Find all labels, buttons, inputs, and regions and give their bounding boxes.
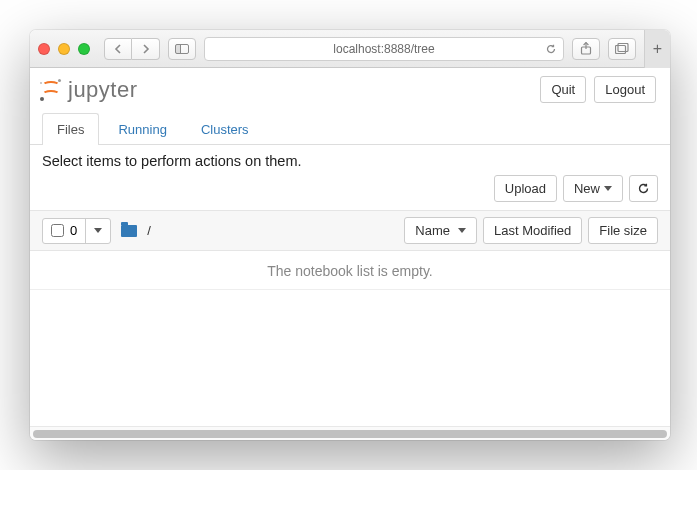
main-tabs: Files Running Clusters bbox=[30, 107, 670, 145]
empty-list-message: The notebook list is empty. bbox=[30, 251, 670, 290]
new-dropdown[interactable]: New bbox=[563, 175, 623, 202]
sort-name-button[interactable]: Name bbox=[404, 217, 477, 244]
toolbar-actions: Upload New bbox=[30, 175, 670, 210]
horizontal-scrollbar[interactable] bbox=[30, 426, 670, 440]
jupyter-header: jupyter Quit Logout bbox=[30, 68, 670, 107]
share-button[interactable] bbox=[572, 38, 600, 60]
svg-rect-6 bbox=[618, 43, 628, 51]
select-all-checkbox[interactable] bbox=[51, 224, 64, 237]
new-dropdown-label: New bbox=[574, 181, 600, 196]
list-header-row: 0 / Name Last Modified File size bbox=[30, 210, 670, 251]
address-bar[interactable]: localhost:8888/tree bbox=[204, 37, 564, 61]
logout-button[interactable]: Logout bbox=[594, 76, 656, 103]
caret-down-icon bbox=[604, 186, 612, 191]
window-close-button[interactable] bbox=[38, 43, 50, 55]
nav-forward-button[interactable] bbox=[132, 38, 160, 60]
files-panel: Select items to perform actions on them.… bbox=[30, 145, 670, 440]
selected-count: 0 bbox=[70, 223, 77, 238]
browser-window: localhost:8888/tree + jupyter Quit Logou… bbox=[30, 30, 670, 440]
nav-back-button[interactable] bbox=[104, 38, 132, 60]
nav-back-forward bbox=[104, 38, 160, 60]
header-buttons: Quit Logout bbox=[540, 76, 656, 103]
action-hint-text: Select items to perform actions on them. bbox=[30, 145, 670, 175]
breadcrumb-root[interactable]: / bbox=[147, 223, 151, 238]
tab-running[interactable]: Running bbox=[103, 113, 181, 145]
scrollbar-thumb[interactable] bbox=[33, 430, 667, 438]
jupyter-logo-icon bbox=[40, 79, 62, 101]
sort-last-modified-button[interactable]: Last Modified bbox=[483, 217, 582, 244]
folder-icon[interactable] bbox=[121, 225, 137, 237]
sort-arrow-down-icon bbox=[458, 228, 466, 233]
tab-files[interactable]: Files bbox=[42, 113, 99, 145]
jupyter-logo[interactable]: jupyter bbox=[40, 77, 138, 103]
reload-icon[interactable] bbox=[545, 43, 557, 55]
refresh-list-button[interactable] bbox=[629, 175, 658, 202]
new-tab-button[interactable]: + bbox=[644, 30, 670, 68]
select-all-group: 0 bbox=[42, 218, 111, 244]
tab-clusters[interactable]: Clusters bbox=[186, 113, 264, 145]
quit-button[interactable]: Quit bbox=[540, 76, 586, 103]
svg-rect-1 bbox=[176, 44, 181, 53]
refresh-icon bbox=[637, 182, 650, 195]
browser-titlebar: localhost:8888/tree + bbox=[30, 30, 670, 68]
window-zoom-button[interactable] bbox=[78, 43, 90, 55]
sort-file-size-button[interactable]: File size bbox=[588, 217, 658, 244]
col-name-label: Name bbox=[415, 223, 450, 238]
tabs-overview-button[interactable] bbox=[608, 38, 636, 60]
svg-rect-5 bbox=[616, 45, 626, 53]
window-controls bbox=[38, 43, 90, 55]
jupyter-logo-text: jupyter bbox=[68, 77, 138, 103]
column-headers: Name Last Modified File size bbox=[404, 217, 658, 244]
upload-button[interactable]: Upload bbox=[494, 175, 557, 202]
address-text: localhost:8888/tree bbox=[333, 42, 434, 56]
select-menu-toggle[interactable] bbox=[85, 219, 110, 243]
select-all-checkbox-wrap[interactable]: 0 bbox=[43, 219, 85, 243]
window-minimize-button[interactable] bbox=[58, 43, 70, 55]
sidebar-toggle-button[interactable] bbox=[168, 38, 196, 60]
caret-down-icon bbox=[94, 228, 102, 233]
